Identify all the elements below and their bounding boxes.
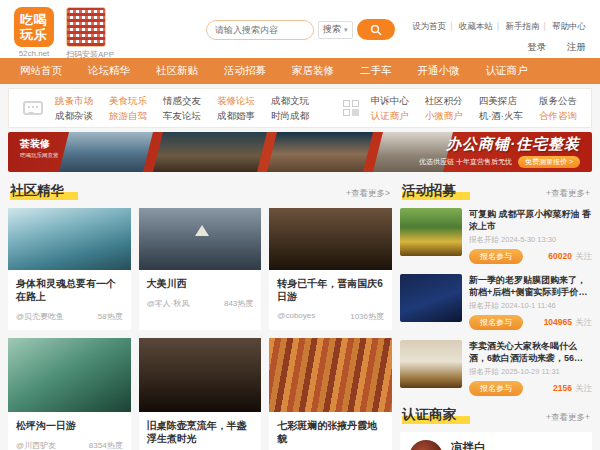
banner-text: 办公商铺·住宅整装 优选供应链 十年直营售后无忧 免费测量报价 > (419, 135, 580, 168)
subnav-column: 四美探店 机·酒·火车 (479, 93, 523, 123)
merchants-more-link[interactable]: +查看更多+ (546, 412, 590, 424)
activities-more-link[interactable]: +查看更多+ (546, 188, 590, 200)
subnav-fashion[interactable]: 时尚成都 (271, 108, 309, 123)
grid-icon (343, 100, 359, 116)
card-photo-teapot (139, 338, 262, 412)
card-photo-danxia (269, 338, 392, 412)
auth-links: 登录 注册 (509, 41, 586, 54)
subnav-announcements[interactable]: 版务公告 (539, 93, 577, 108)
site-logo[interactable]: 吃喝 玩乐 52ch.net (14, 7, 54, 58)
follow-label: 关注 (575, 251, 592, 261)
subnav-column: 社区积分 小微商户 (425, 93, 463, 123)
community-card-grid: 身体和灵魂总要有一个在路上 @贝壳要吃鱼 58热度 大美川西 @零人·秋风 84… (8, 208, 392, 450)
nav-item-home-decor[interactable]: 家居装修 (292, 64, 334, 78)
subnav-service-group: 申诉中心 认证商户 社区积分 小微商户 四美探店 机·酒·火车 版务公告 合作咨… (343, 93, 577, 123)
post-card[interactable]: 身体和灵魂总要有一个在路上 @贝壳要吃鱼 58热度 (8, 208, 131, 330)
top-utility-links: 设为首页| 收藏本站| 新手指南| 帮助中心 (412, 21, 586, 33)
subnav-column: 装修论坛 成都婚事 (217, 93, 255, 123)
signup-button[interactable]: 报名参与 (469, 249, 523, 264)
card-author[interactable]: @贝壳要吃鱼 (16, 311, 64, 322)
activity-item[interactable]: 可复购 成都平原小榨菜籽油 香浓上市 报名开始 2024-5-30 13:30 … (400, 208, 592, 264)
register-link[interactable]: 注册 (567, 41, 586, 52)
nav-item-forum-digest[interactable]: 论坛精华 (88, 64, 130, 78)
post-card[interactable]: 旧桌陈壶烹流年，半盏浮生煮时光 @煮茶人 724热度 (139, 338, 262, 450)
activity-follow-count: 104965关注 (544, 317, 592, 329)
card-title: 旧桌陈壶烹流年，半盏浮生煮时光 (139, 412, 262, 449)
subnav-friends[interactable]: 情感交友 (163, 93, 201, 108)
ad-banner[interactable]: 荟装修 吃喝玩乐网直营 办公商铺·住宅整装 优选供应链 十年直营售后无忧 免费测… (8, 132, 592, 172)
follow-label: 关注 (575, 317, 592, 327)
post-card[interactable]: 七彩斑斓的张掖丹霞地貌 @大漠孤烟 732热度 (269, 338, 392, 450)
search-input[interactable] (206, 20, 314, 40)
card-author[interactable]: @川西驴友 (16, 440, 56, 450)
subnav-flea-market[interactable]: 跳蚤市场 (55, 93, 93, 108)
subnav-micro-merchant[interactable]: 小微商户 (425, 108, 463, 123)
nav-item-home[interactable]: 网站首页 (20, 64, 62, 78)
activity-title: 李卖酒关心大家秋冬喝什么酒，6款白酒活动来袭，56度高粱酒，知 (469, 340, 592, 364)
site-header: 吃喝 玩乐 52ch.net 扫码安装APP 搜索 ▾ 设为首页| 收藏本站| … (0, 0, 600, 58)
activity-photo-astronaut (400, 274, 462, 322)
subnav-appeal-center[interactable]: 申诉中心 (371, 93, 409, 108)
post-card[interactable]: 转身已千年，晋南国庆6日游 @coboyes 1036热度 (269, 208, 392, 330)
community-title: 社区精华 (10, 182, 78, 200)
subnav-points[interactable]: 社区积分 (425, 93, 463, 108)
subnav-column: 成都文玩 时尚成都 (271, 93, 309, 123)
subnav-cooperation[interactable]: 合作咨询 (539, 108, 577, 123)
activity-title: 新一季的老罗贴膜团购来了，前档+后档+侧窗实际到手价700起 (469, 274, 592, 298)
post-card[interactable]: 大美川西 @零人·秋风 843热度 (139, 208, 262, 330)
search-button[interactable] (357, 19, 395, 40)
community-more-link[interactable]: +查看更多> (346, 188, 390, 200)
logo-line2: 玩乐 (20, 27, 48, 42)
subnav-travel-drive[interactable]: 旅游自驾 (109, 108, 147, 123)
card-author[interactable]: @coboyes (277, 311, 315, 322)
card-author[interactable]: @零人·秋风 (147, 298, 190, 309)
subnav-car-forum[interactable]: 车友论坛 (163, 108, 201, 123)
activity-title: 可复购 成都平原小榨菜籽油 香浓上市 (469, 208, 592, 232)
login-link[interactable]: 登录 (527, 41, 546, 52)
search-category-select[interactable]: 搜索 ▾ (318, 21, 353, 39)
merchant-avatar[interactable] (409, 440, 443, 450)
post-card[interactable]: 松坪沟一日游 @川西驴友 8354热度 (8, 338, 131, 450)
card-heat: 1036热度 (350, 311, 384, 322)
link-bookmark-site[interactable]: 收藏本站 (459, 21, 493, 31)
nav-item-used-cars[interactable]: 二手车 (360, 64, 392, 78)
subnav-flight-hotel-train[interactable]: 机·酒·火车 (479, 108, 523, 123)
signup-button[interactable]: 报名参与 (469, 315, 523, 330)
search-bar: 搜索 ▾ (206, 19, 395, 40)
nav-item-certified-merchants[interactable]: 认证商户 (486, 64, 528, 78)
subnav-forum-group: 跳蚤市场 成都杂谈 美食玩乐 旅游自驾 情感交友 车友论坛 装修论坛 成都婚事 … (23, 93, 325, 123)
banner-cta-button[interactable]: 免费测量报价 > (518, 156, 580, 168)
link-help-center[interactable]: 帮助中心 (552, 21, 586, 31)
subnav-wedding[interactable]: 成都婚事 (217, 108, 255, 123)
signup-button[interactable]: 报名参与 (469, 381, 523, 396)
activity-item[interactable]: 新一季的老罗贴膜团购来了，前档+后档+侧窗实际到手价700起 报名开始 2024… (400, 274, 592, 330)
banner-headline: 办公商铺·住宅整装 (419, 135, 580, 154)
activities-title: 活动招募 (402, 182, 470, 200)
main-nav: 网站首页 论坛精华 社区新贴 活动招募 家居装修 二手车 开通小微 认证商户 (0, 58, 600, 84)
nav-item-activities[interactable]: 活动招募 (224, 64, 266, 78)
link-beginner-guide[interactable]: 新手指南 (505, 21, 539, 31)
divider: | (450, 21, 452, 31)
merchant-name[interactable]: 凉拌白肉 (451, 440, 495, 450)
subnav-chengdu-chat[interactable]: 成都杂谈 (55, 108, 93, 123)
subnav-certified-merchant[interactable]: 认证商户 (371, 108, 409, 123)
divider: | (497, 21, 499, 31)
subnav-shop-visits[interactable]: 四美探店 (479, 93, 523, 108)
banner-subline: 优选供应链 十年直营售后无忧 (419, 157, 512, 167)
logo-domain: 52ch.net (14, 49, 54, 58)
banner-brand-tagline: 吃喝玩乐网直营 (20, 152, 59, 159)
subnav-food-fun[interactable]: 美食玩乐 (109, 93, 147, 108)
nav-item-open-micro[interactable]: 开通小微 (418, 64, 460, 78)
subnav-antiques[interactable]: 成都文玩 (271, 93, 309, 108)
nav-item-new-posts[interactable]: 社区新贴 (156, 64, 198, 78)
activity-item[interactable]: 李卖酒关心大家秋冬喝什么酒，6款白酒活动来袭，56度高粱酒，知 报名开始 202… (400, 340, 592, 396)
follow-count-number: 2156 (553, 383, 572, 393)
merchant-card[interactable]: 凉拌白肉 ✓身份信息 ✓营业执照 吃喝玩乐网直营 荟装修 贴 选择网站直营装修 … (400, 432, 592, 450)
subnav-decor-forum[interactable]: 装修论坛 (217, 93, 255, 108)
card-title: 转身已千年，晋南国庆6日游 (269, 270, 392, 307)
banner-photo-cityscape (59, 132, 153, 172)
card-photo-road-sign (139, 208, 262, 270)
link-set-homepage[interactable]: 设为首页 (412, 21, 446, 31)
card-title: 七彩斑斓的张掖丹霞地貌 (269, 412, 392, 449)
activity-follow-count: 2156关注 (553, 383, 592, 395)
